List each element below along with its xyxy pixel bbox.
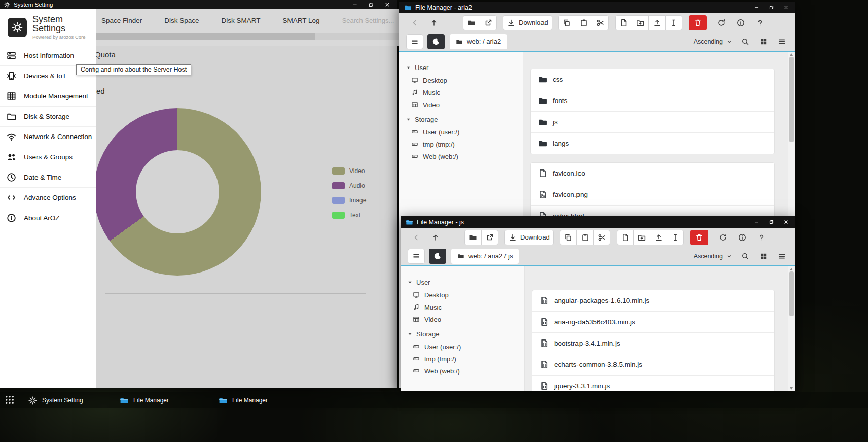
sidebar-item-about-aroz[interactable]: About ArOZ [0,208,96,228]
maximize-button[interactable] [768,4,775,11]
info-button[interactable] [732,15,749,30]
maximize-button[interactable] [367,1,375,8]
taskbar-item-file-manager-2[interactable]: File Manager [219,395,268,406]
grid-view-button[interactable] [758,251,769,261]
breadcrumb[interactable]: web: / aria2 [450,34,507,49]
file-row-fonts[interactable]: fonts [531,90,774,112]
tabs-scrollbar[interactable] [96,33,401,40]
back-button[interactable] [408,230,425,245]
vertical-scrollbar[interactable] [788,266,795,391]
tree-section-user[interactable]: User [407,276,524,289]
sidebar-item-users-groups[interactable]: Users & Groups [0,147,96,167]
tree-item-web-web[interactable]: Web (web:/) [407,365,524,377]
trash-button[interactable] [690,230,708,245]
tree-item-video[interactable]: Video [406,98,523,111]
cut-button[interactable] [593,230,610,245]
new-folder-button[interactable] [633,230,650,245]
grid-view-button[interactable] [758,37,769,47]
file-row-css[interactable]: css [531,69,774,90]
file-row-bootstrap-3-4-1-min-js[interactable]: bootstrap-3.4.1.min.js [532,333,774,354]
window-titlebar[interactable]: System Setting [0,0,397,9]
copy-button[interactable] [558,15,575,30]
close-button[interactable] [782,218,790,226]
search-button[interactable] [740,37,750,47]
refresh-button[interactable] [713,15,730,30]
upload-button[interactable] [650,230,667,245]
minimize-button[interactable] [753,4,761,11]
window-titlebar[interactable]: File Manager - aria2 [399,2,795,13]
tree-section-user[interactable]: User [406,61,523,74]
tab-space-finder[interactable]: Space Finder [101,17,142,24]
breadcrumb[interactable]: web: / aria2 / js [451,249,519,264]
menu-button[interactable] [406,34,423,49]
scroll-up-arrow[interactable] [790,53,793,56]
tree-item-desktop[interactable]: Desktop [406,74,523,86]
menu-button[interactable] [408,249,425,264]
upload-button[interactable] [648,15,666,30]
tree-item-user-user[interactable]: User (user:/) [407,341,524,353]
paste-button[interactable] [576,230,594,245]
taskbar-item-file-manager-1[interactable]: File Manager [120,395,169,406]
maximize-button[interactable] [768,218,775,226]
info-button[interactable] [734,230,751,245]
external-link-button[interactable] [480,15,497,30]
scroll-down-arrow[interactable] [790,387,793,390]
back-button[interactable] [406,15,423,30]
external-link-button[interactable] [481,230,498,245]
list-view-button[interactable] [777,251,787,261]
download-button[interactable]: Download [503,15,552,30]
window-titlebar[interactable]: File Manager - js [401,216,795,228]
file-row-jquery-3-3-1-min-js[interactable]: jquery-3.3.1.min.js [532,376,774,391]
list-view-button[interactable] [777,37,787,47]
new-file-button[interactable] [615,15,632,30]
file-row-favicon-ico[interactable]: favicon.ico [531,163,774,184]
tabs-scrollbar-thumb[interactable] [96,33,315,40]
new-file-button[interactable] [617,230,634,245]
tree-item-web-web[interactable]: Web (web:/) [406,150,523,162]
sidebar-item-date-time[interactable]: Date & Time [0,167,96,188]
file-row-js[interactable]: js [531,112,774,133]
folder-open-button[interactable] [463,15,480,30]
cut-button[interactable] [592,15,609,30]
file-row-angular-packages-1-6-10-min-js[interactable]: angular-packages-1.6.10.min.js [532,290,774,312]
tree-section-storage[interactable]: Storage [407,327,524,341]
file-row-langs[interactable]: langs [531,133,774,154]
dark-mode-button[interactable] [429,249,446,264]
tab-disk-space[interactable]: Disk Space [164,17,199,24]
paste-button[interactable] [575,15,592,30]
sidebar-item-disk-storage[interactable]: Disk & Storage [0,107,96,127]
trash-button[interactable] [689,15,707,30]
copy-button[interactable] [560,230,577,245]
search-button[interactable] [740,251,750,261]
scrollbar-thumb[interactable] [789,271,794,316]
sidebar-item-advance-options[interactable]: Advance Options [0,188,96,208]
sidebar-item-host-information[interactable]: Host Information [0,46,96,66]
tree-item-tmp-tmp[interactable]: tmp (tmp:/) [407,353,524,365]
tree-item-music[interactable]: Music [407,301,524,313]
close-button[interactable] [782,4,790,11]
sort-order-dropdown[interactable]: Ascending [694,253,732,260]
scrollbar-thumb[interactable] [789,57,794,142]
scroll-up-arrow[interactable] [790,268,793,270]
taskbar-item-system-setting-0[interactable]: System Setting [28,395,83,406]
rename-button[interactable] [667,230,684,245]
sidebar-item-network-connection[interactable]: Network & Connection [0,127,96,147]
tree-item-tmp-tmp[interactable]: tmp (tmp:/) [406,138,523,150]
help-button[interactable] [753,230,770,245]
tree-section-storage[interactable]: Storage [406,113,523,126]
tree-item-music[interactable]: Music [406,86,523,98]
minimize-button[interactable] [351,1,358,8]
tree-item-user-user[interactable]: User (user:/) [406,126,523,138]
refresh-button[interactable] [714,230,732,245]
close-button[interactable] [383,1,391,8]
folder-open-button[interactable] [464,230,482,245]
tab-smart-log[interactable]: SMART Log [283,17,320,24]
file-row-favicon-png[interactable]: favicon.png [531,184,774,206]
sort-order-dropdown[interactable]: Ascending [694,38,732,45]
up-button[interactable] [425,15,443,30]
rename-button[interactable] [665,15,682,30]
tab-disk-smart[interactable]: Disk SMART [222,17,261,24]
dark-mode-button[interactable] [427,34,445,49]
file-row-echarts-common-3-8-5-min-js[interactable]: echarts-common-3.8.5.min.js [532,354,774,376]
app-launcher-button[interactable] [4,395,15,406]
